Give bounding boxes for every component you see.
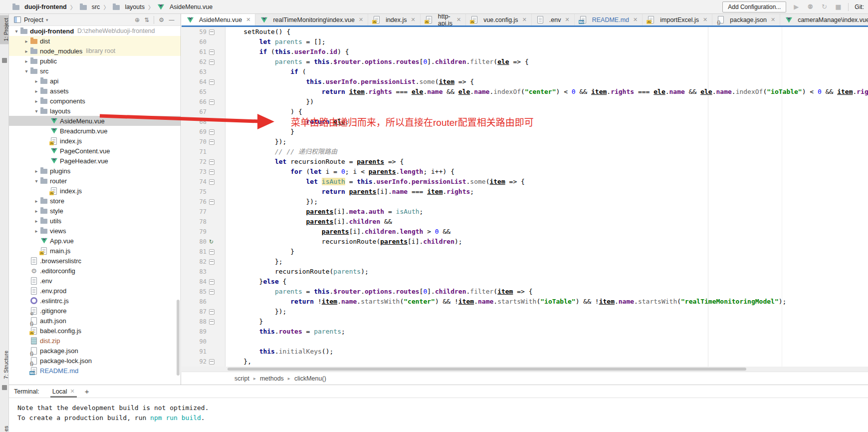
fold-start-icon[interactable]: [209, 79, 215, 85]
code-line-69[interactable]: 69 }: [182, 127, 868, 137]
tree-item-utils[interactable]: ▸utils: [9, 216, 181, 226]
editor-hscrollbar-thumb[interactable]: [227, 368, 746, 371]
close-icon[interactable]: ✕: [771, 16, 775, 23]
breadcrumb-item-layouts[interactable]: layouts: [112, 3, 145, 10]
tree-scrollbar[interactable]: [177, 300, 180, 376]
breadcrumb-clickmenu[interactable]: clickMenu(): [294, 375, 326, 382]
tool-window-button-project[interactable]: 1: Project: [0, 15, 9, 44]
fold-end-icon[interactable]: [209, 139, 215, 145]
breadcrumb-methods[interactable]: methods: [260, 375, 284, 382]
code-line-59[interactable]: 59 setRoute() {: [182, 27, 868, 37]
tree-item-asidemenu-vue[interactable]: AsideMenu.vue: [9, 116, 181, 126]
editor-tab-cameramanage-index-vue[interactable]: cameraManage\index.vue✕: [780, 14, 868, 25]
chevron-expanded-icon[interactable]: ▾: [23, 68, 30, 74]
fold-start-icon[interactable]: [209, 169, 215, 175]
close-icon[interactable]: ✕: [246, 16, 250, 23]
tree-item-breadcrumb-vue[interactable]: Breadcrumb.vue: [9, 126, 181, 136]
fold-start-icon[interactable]: [209, 179, 215, 185]
tree-item-plugins[interactable]: ▸plugins: [9, 166, 181, 176]
terminal-tab-local[interactable]: Local ✕: [48, 386, 79, 397]
tree-item-eslintrc-js[interactable]: .eslintrc.js: [9, 296, 181, 306]
code-line-78[interactable]: 78 parents[i].children &&: [182, 217, 868, 227]
project-panel-title[interactable]: Project: [24, 16, 43, 23]
breadcrumb-item-duoji-frontend[interactable]: duoji-frontend: [12, 3, 67, 10]
fold-start-icon[interactable]: [209, 59, 215, 65]
chevron-expanded-icon[interactable]: ▾: [33, 108, 40, 114]
tree-item-api[interactable]: ▸api: [9, 76, 181, 86]
rerun-icon[interactable]: ↻: [820, 3, 828, 10]
code-line-71[interactable]: 71 // // 递归权限路由: [182, 147, 868, 157]
editor-tab-realtimemonitoring-index-vue[interactable]: realTimeMonitoring\index.vue✕: [255, 14, 368, 25]
editor-tab-http-api-js[interactable]: JShttp-api.js✕: [421, 14, 466, 25]
tree-item-store[interactable]: ▸store: [9, 196, 181, 206]
chevron-expanded-icon[interactable]: ▾: [13, 28, 20, 34]
tree-item-assets[interactable]: ▸assets: [9, 86, 181, 96]
code-line-61[interactable]: 61 if (this.userInfo.id) {: [182, 47, 868, 57]
fold-end-icon[interactable]: [209, 309, 215, 315]
fold-start-icon[interactable]: [209, 289, 215, 295]
close-icon[interactable]: ✕: [70, 388, 75, 395]
chevron-expanded-icon[interactable]: ▾: [33, 178, 40, 184]
hide-panel-icon[interactable]: —: [169, 16, 175, 23]
stop-icon[interactable]: ■: [834, 3, 842, 10]
chevron-collapsed-icon[interactable]: ▸: [23, 38, 30, 44]
code-line-87[interactable]: 87 });: [182, 307, 868, 317]
chevron-collapsed-icon[interactable]: ▸: [33, 98, 40, 104]
tree-item-layouts[interactable]: ▾layouts: [9, 106, 181, 116]
close-icon[interactable]: ✕: [633, 16, 638, 23]
tree-item-dist-zip[interactable]: dist.zip: [9, 336, 181, 346]
collapse-all-icon[interactable]: ⇅: [144, 16, 149, 23]
add-configuration-button[interactable]: Add Configuration...: [722, 1, 786, 12]
locate-icon[interactable]: ⊕: [135, 16, 140, 23]
chevron-collapsed-icon[interactable]: ▸: [33, 88, 40, 94]
editor-hscrollbar-track[interactable]: [182, 367, 868, 372]
code-line-81[interactable]: 81 }: [182, 247, 868, 257]
git-branch-widget[interactable]: Git:: [855, 3, 864, 10]
new-terminal-icon[interactable]: +: [81, 387, 93, 396]
breadcrumb-item-src[interactable]: src: [79, 3, 100, 10]
editor-tab-vue-config-js[interactable]: JSvue.config.js✕: [466, 14, 532, 25]
tree-item-readme-md[interactable]: MDREADME.md: [9, 366, 181, 376]
code-line-75[interactable]: 75 return parents[i].name === item.right…: [182, 187, 868, 197]
code-line-76[interactable]: 76 });: [182, 197, 868, 207]
tree-item-gitignore[interactable]: ⊘.gitignore: [9, 306, 181, 316]
fold-end-icon[interactable]: [209, 259, 215, 265]
tree-item-pageheader-vue[interactable]: PageHeader.vue: [9, 156, 181, 166]
code-line-65[interactable]: 65 return item.rights === ele.name && el…: [182, 87, 868, 97]
chevron-collapsed-icon[interactable]: ▸: [33, 228, 40, 234]
chevron-down-icon[interactable]: ▾: [46, 17, 48, 22]
terminal-output[interactable]: Note that the development build is not o…: [9, 398, 868, 423]
tree-item-router[interactable]: ▾router: [9, 176, 181, 186]
tree-item-env[interactable]: .env: [9, 276, 181, 286]
tree-item-browserslistrc[interactable]: .browserslistrc: [9, 256, 181, 266]
tree-item-dist[interactable]: ▸dist: [9, 36, 181, 46]
editor-tab-importexcel-js[interactable]: JSimportExcel.js✕: [643, 14, 712, 25]
tree-item-index-js[interactable]: JSindex.js: [9, 136, 181, 146]
close-icon[interactable]: ✕: [456, 16, 461, 23]
tree-item-app-vue[interactable]: App.vue: [9, 236, 181, 246]
code-line-63[interactable]: 63 if (: [182, 67, 868, 77]
code-line-88[interactable]: 88 }: [182, 317, 868, 327]
code-line-92[interactable]: 92 },: [182, 357, 868, 367]
tree-item-env-prod[interactable]: .env.prod: [9, 286, 181, 296]
code-line-64[interactable]: 64 this.userInfo.permissionList.some(ite…: [182, 77, 868, 87]
gear-icon[interactable]: ⚙: [159, 16, 164, 23]
tree-item-node-modules[interactable]: ▸node_moduleslibrary root: [9, 46, 181, 56]
tree-item-style[interactable]: ▸style: [9, 206, 181, 216]
chevron-collapsed-icon[interactable]: ▸: [33, 168, 40, 174]
fold-end-icon[interactable]: [209, 249, 215, 255]
run-icon[interactable]: ▶: [792, 3, 800, 10]
tree-item-duoji-frontend[interactable]: ▾duoji-frontendD:\zheheWeb\duoji-fronten…: [9, 26, 181, 36]
code-line-79[interactable]: 79 parents[i].children.length > 0 &&: [182, 227, 868, 237]
code-line-66[interactable]: 66 }): [182, 97, 868, 107]
chevron-collapsed-icon[interactable]: ▸: [33, 208, 40, 214]
code-line-70[interactable]: 70 });: [182, 137, 868, 147]
breadcrumb-script[interactable]: script: [234, 375, 249, 382]
code-line-91[interactable]: 91 this.initialKeys();: [182, 347, 868, 357]
fold-start-icon[interactable]: [209, 159, 215, 165]
fold-end-icon[interactable]: [209, 129, 215, 135]
tree-item-views[interactable]: ▸views: [9, 226, 181, 236]
tree-item-auth-json[interactable]: {}auth.json: [9, 316, 181, 326]
code-line-82[interactable]: 82 };: [182, 257, 868, 267]
code-line-77[interactable]: 77 parents[i].meta.auth = isAuth;: [182, 207, 868, 217]
